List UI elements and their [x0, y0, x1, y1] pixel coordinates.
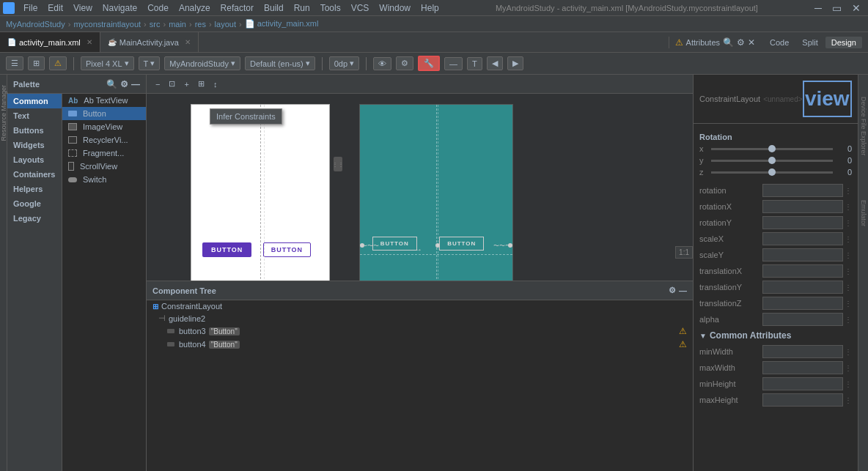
- palette-item-fragment[interactable]: Fragment...: [62, 147, 146, 160]
- search-palette-icon[interactable]: 🔍: [106, 79, 117, 89]
- canvas-zoom-out[interactable]: −: [152, 79, 163, 89]
- attr-translationZ-input[interactable]: [762, 297, 843, 310]
- palette-cat-buttons[interactable]: Buttons: [7, 123, 62, 138]
- palette-item-button[interactable]: Button: [62, 107, 146, 120]
- attr-translationY-more[interactable]: ⋮: [845, 283, 852, 292]
- locale-selector[interactable]: Default (en-us) ▾: [245, 56, 315, 70]
- attr-rotation-input[interactable]: [762, 184, 843, 197]
- resize-handle[interactable]: ⋮⋮: [334, 157, 342, 171]
- rotation-x-slider[interactable]: [711, 148, 833, 150]
- palette-item-textview[interactable]: Ab Ab TextView: [62, 94, 146, 107]
- tab-close-main[interactable]: ✕: [185, 38, 191, 46]
- menu-file[interactable]: File: [19, 1, 42, 15]
- palette-toggle-button[interactable]: ☰: [6, 56, 23, 70]
- tree-guideline2[interactable]: ⊣ guideline2: [147, 312, 693, 324]
- button-outline-1[interactable]: BUTTON: [263, 242, 311, 257]
- button-teal-1[interactable]: BUTTON: [372, 237, 417, 251]
- breadcrumb-src[interactable]: src: [150, 20, 161, 29]
- attr-scaleX-input[interactable]: [762, 232, 843, 245]
- menu-refactor[interactable]: Refactor: [216, 1, 258, 15]
- menu-help[interactable]: Help: [416, 1, 444, 15]
- attr-maxHeight-input[interactable]: [762, 393, 843, 407]
- palette-cat-legacy[interactable]: Legacy: [7, 211, 62, 226]
- menu-window[interactable]: Window: [375, 1, 415, 15]
- maximize-button[interactable]: ▭: [828, 2, 846, 14]
- tree-button4[interactable]: button4 "Button" ⚠: [147, 338, 693, 351]
- attr-scaleY-input[interactable]: [762, 248, 843, 262]
- canvas-arrow[interactable]: ↕: [210, 79, 221, 89]
- menu-navigate[interactable]: Navigate: [98, 1, 141, 15]
- menu-view[interactable]: View: [69, 1, 97, 15]
- menu-analyze[interactable]: Analyze: [174, 1, 215, 15]
- breadcrumb-file[interactable]: 📄 activity_main.xml: [245, 19, 319, 29]
- project-selector[interactable]: MyAndroidStudy ▾: [164, 56, 240, 70]
- attr-rotationX-input[interactable]: [762, 200, 843, 213]
- attr-minHeight-input[interactable]: [762, 377, 843, 390]
- attr-translationZ-more[interactable]: ⋮: [845, 300, 852, 308]
- attr-alpha-more[interactable]: ⋮: [845, 316, 852, 324]
- common-attributes-header[interactable]: ▼ Common Attributes: [694, 327, 858, 344]
- palette-cat-text[interactable]: Text: [7, 108, 62, 123]
- gear-icon-toolbar[interactable]: ⚙: [737, 37, 745, 48]
- device-file-explorer-tab[interactable]: Device File Explorer: [860, 97, 867, 156]
- menu-vcs[interactable]: VCS: [347, 1, 374, 15]
- infer-constraints-button[interactable]: 🔧: [418, 56, 440, 71]
- component-tree-toggle-button[interactable]: ⊞: [28, 56, 45, 70]
- breadcrumb-res[interactable]: res: [195, 20, 206, 29]
- menu-run[interactable]: Run: [290, 1, 315, 15]
- component-tree-collapse-icon[interactable]: —: [679, 286, 687, 295]
- button-teal-2[interactable]: BUTTON: [439, 237, 484, 251]
- tree-button3[interactable]: button3 "Button" ⚠: [147, 324, 693, 338]
- attr-maxWidth-input[interactable]: [762, 361, 843, 374]
- device-selector[interactable]: Pixel 4 XL ▾: [81, 56, 134, 70]
- eye-icon-button[interactable]: 👁: [373, 57, 391, 70]
- palette-cat-layouts[interactable]: Layouts: [7, 152, 62, 167]
- breadcrumb-project[interactable]: MyAndroidStudy: [6, 20, 65, 29]
- palette-cat-common[interactable]: Common: [7, 94, 62, 108]
- canvas-zoom-in[interactable]: +: [181, 79, 191, 89]
- attr-translationX-more[interactable]: ⋮: [845, 267, 852, 275]
- attr-rotationY-more[interactable]: ⋮: [845, 219, 852, 227]
- canvas-fit[interactable]: ⊞: [195, 78, 207, 89]
- guidelines-button[interactable]: —: [444, 57, 463, 70]
- gear-palette-icon[interactable]: ⚙: [120, 79, 128, 89]
- split-mode-button[interactable]: Split: [796, 37, 823, 48]
- attr-scaleY-more[interactable]: ⋮: [845, 251, 852, 259]
- minimize-button[interactable]: ─: [810, 2, 826, 14]
- menu-code[interactable]: Code: [143, 1, 173, 15]
- attr-rotationX-more[interactable]: ⋮: [845, 203, 852, 211]
- tab-close-activity[interactable]: ✕: [87, 38, 92, 46]
- attr-translationX-input[interactable]: [762, 264, 843, 278]
- attr-alpha-input[interactable]: [762, 313, 843, 326]
- breadcrumb-layout[interactable]: layout: [215, 20, 236, 29]
- resource-manager-tab[interactable]: Resource Manager: [0, 82, 7, 144]
- attr-minWidth-input[interactable]: [762, 345, 843, 358]
- magnet-icon-button[interactable]: ⚙: [396, 56, 413, 70]
- menu-edit[interactable]: Edit: [43, 1, 67, 15]
- tree-constraint-layout[interactable]: ⊞ ConstraintLayout: [147, 300, 693, 312]
- tab-activity-main[interactable]: 📄 activity_main.xml ✕: [0, 32, 100, 52]
- palette-item-scrollview[interactable]: ScrollView: [62, 160, 146, 173]
- palette-cat-helpers[interactable]: Helpers: [7, 182, 62, 196]
- button-filled-1[interactable]: BUTTON: [202, 242, 251, 257]
- palette-cat-containers[interactable]: Containers: [7, 167, 62, 182]
- close-icon-toolbar[interactable]: ✕: [748, 37, 755, 48]
- attr-translationY-input[interactable]: [762, 281, 843, 294]
- attr-rotationY-input[interactable]: [762, 216, 843, 229]
- palette-cat-widgets[interactable]: Widgets: [7, 138, 62, 152]
- attr-scaleX-more[interactable]: ⋮: [845, 235, 852, 243]
- attr-rotation-more[interactable]: ⋮: [845, 187, 852, 195]
- breadcrumb-main[interactable]: main: [169, 20, 186, 29]
- canvas-zoom-reset[interactable]: ⊡: [166, 78, 178, 89]
- design-mode-button[interactable]: Design: [825, 37, 862, 48]
- palette-item-recyclerview[interactable]: RecyclerVi...: [62, 133, 146, 147]
- menu-tools[interactable]: Tools: [316, 1, 345, 15]
- attr-maxWidth-more[interactable]: ⋮: [845, 364, 852, 372]
- error-btn[interactable]: ⚠: [49, 56, 67, 70]
- align-button[interactable]: T: [467, 57, 482, 70]
- component-tree-settings-icon[interactable]: ⚙: [669, 286, 676, 295]
- code-mode-button[interactable]: Code: [764, 37, 795, 48]
- search-icon-toolbar[interactable]: 🔍: [723, 37, 734, 48]
- rotation-z-slider[interactable]: [711, 171, 833, 174]
- collapse-palette-icon[interactable]: —: [131, 79, 140, 89]
